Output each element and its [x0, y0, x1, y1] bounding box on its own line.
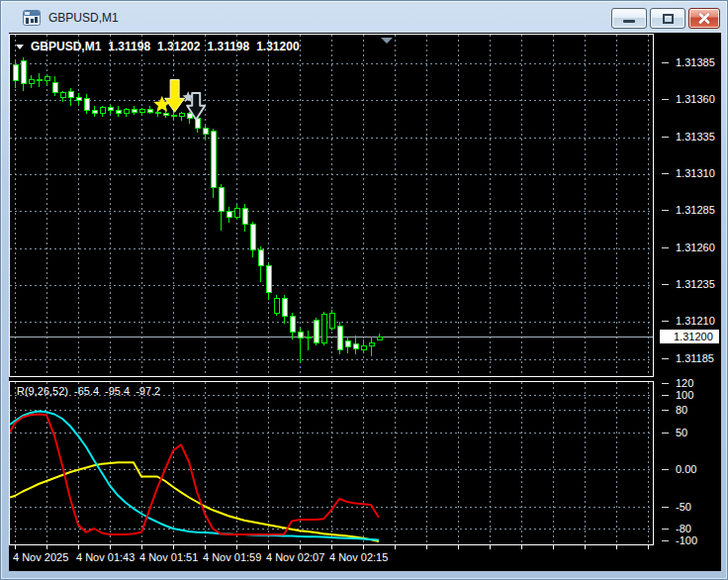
caption-buttons — [611, 8, 720, 29]
time-axis-tick — [648, 545, 649, 549]
chart-content: GBPUSD,M1 1.31198 1.31202 1.31198 1.3120… — [9, 33, 721, 571]
time-axis-tick — [141, 545, 142, 549]
time-axis-tick — [363, 545, 364, 549]
price-tick: 1.31210 — [654, 315, 721, 328]
time-tick-label: 4 Nov 02:07 — [266, 551, 324, 563]
sell-signal-arrow — [165, 79, 185, 112]
time-axis-tick — [205, 545, 206, 549]
time-axis-tick — [110, 545, 111, 549]
indicator-canvas[interactable] — [10, 382, 653, 544]
time-axis-tick — [236, 545, 237, 549]
price-tick: 1.31185 — [654, 352, 721, 365]
price-tick: 1.31385 — [654, 56, 721, 69]
ohlc-low: 1.31198 — [207, 40, 249, 53]
indicator-tick: 100 — [654, 389, 721, 402]
price-tick: 1.31310 — [654, 167, 721, 180]
chart-header: GBPUSD,M1 1.31198 1.31202 1.31198 1.3120… — [16, 40, 300, 53]
indicator-value-3: -97.2 — [136, 385, 160, 397]
time-axis-tick — [15, 545, 16, 549]
indicator-tick: 50 — [654, 427, 721, 439]
time-axis-tick — [521, 545, 522, 549]
price-axis[interactable]: 1.31200 1.313851.313601.313351.313101.31… — [654, 33, 721, 571]
time-axis-tick — [395, 545, 396, 549]
indicator-panel[interactable]: R(9,26,52) -65.4 -95.4 -97.2 — [9, 381, 654, 545]
time-tick-label: 4 Nov 01:59 — [203, 551, 261, 563]
indicator-tick: -100 — [654, 534, 721, 547]
time-axis-tick — [426, 545, 427, 549]
main-chart-panel[interactable]: GBPUSD,M1 1.31198 1.31202 1.31198 1.3120… — [9, 34, 654, 377]
minimize-icon — [623, 20, 635, 23]
symbol-dropdown-icon[interactable] — [16, 45, 24, 49]
time-axis-tick — [268, 545, 269, 549]
current-price-tag: 1.31200 — [660, 330, 719, 343]
window-title: GBPUSD,M1 — [48, 11, 119, 25]
minimize-button[interactable] — [611, 8, 647, 29]
shift-to-end-marker — [381, 38, 393, 44]
main-chart-canvas[interactable] — [10, 35, 653, 376]
indicator-value-1: -65.4 — [74, 385, 99, 397]
time-axis-tick — [458, 545, 459, 549]
time-axis-tick — [585, 545, 586, 549]
time-axis-tick — [331, 545, 332, 549]
indicator-tick: -50 — [654, 501, 721, 514]
chart-window: GBPUSD,M1 GBPUSD,M1 1.31198 1.31202 1.31… — [0, 0, 728, 580]
time-tick-label: 4 Nov 02:15 — [329, 551, 388, 563]
close-button[interactable] — [688, 8, 720, 29]
titlebar[interactable]: GBPUSD,M1 — [3, 3, 725, 33]
price-tick: 1.31285 — [654, 204, 721, 217]
price-tick: 1.31235 — [654, 278, 721, 291]
chart-symbol: GBPUSD,M1 — [31, 40, 101, 53]
ohlc-high: 1.31202 — [157, 40, 200, 53]
restore-icon — [663, 14, 674, 24]
time-axis-tick — [300, 545, 301, 549]
price-tick: 1.31360 — [654, 93, 721, 106]
restore-button[interactable] — [650, 8, 685, 29]
time-tick-label: 4 Nov 01:51 — [139, 551, 198, 563]
indicator-tick: 80 — [654, 404, 721, 417]
ohlc-close: 1.31200 — [256, 40, 299, 53]
time-tick-label: 4 Nov 01:43 — [76, 551, 135, 563]
indicator-tick: 0.00 — [654, 463, 721, 476]
indicator-line-R-fast — [10, 415, 379, 535]
time-axis-tick — [553, 545, 554, 549]
price-tick: 1.31260 — [654, 242, 721, 254]
time-axis[interactable]: 4 Nov 20254 Nov 01:434 Nov 01:514 Nov 01… — [9, 545, 654, 571]
time-axis-tick — [173, 545, 174, 549]
indicator-name: R(9,26,52) — [17, 385, 68, 397]
time-axis-tick — [616, 545, 617, 549]
indicator-value-2: -95.4 — [105, 385, 130, 397]
price-tick: 1.31335 — [654, 131, 721, 144]
time-axis-tick — [46, 545, 47, 549]
indicator-header: R(9,26,52) -65.4 -95.4 -97.2 — [17, 385, 160, 397]
time-axis-tick — [490, 545, 491, 549]
chart-icon — [23, 10, 41, 26]
time-axis-tick — [78, 545, 79, 549]
ohlc-open: 1.31198 — [108, 40, 150, 53]
time-tick-label: 4 Nov 2025 — [13, 551, 68, 563]
